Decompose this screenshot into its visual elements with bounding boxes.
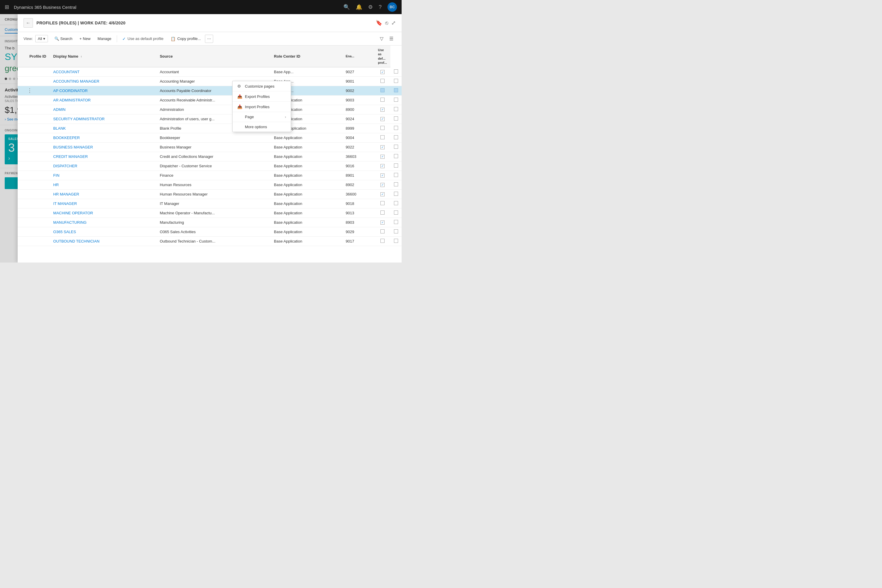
cell-use-as-default[interactable] — [390, 86, 402, 95]
use-as-default-checkbox[interactable] — [394, 220, 398, 224]
table-row[interactable]: BOOKKEEPERBookkeeperBase Application9004 — [18, 133, 402, 142]
use-as-default-checkbox[interactable] — [394, 69, 398, 74]
use-as-default-checkbox[interactable] — [394, 98, 398, 102]
use-as-default-checkbox[interactable] — [394, 182, 398, 186]
use-default-button[interactable]: ✓ Use as default profile — [119, 35, 166, 43]
cell-enabled[interactable]: ✓ — [374, 218, 390, 227]
cell-use-as-default[interactable] — [390, 189, 402, 199]
table-row[interactable]: MACHINE OPERATORMachine Operator - Manuf… — [18, 208, 402, 218]
cell-profile-id[interactable]: MACHINE OPERATOR — [50, 208, 156, 218]
cell-enabled[interactable]: ✓ — [374, 161, 390, 171]
copy-profile-button[interactable]: 📋 Copy profile... — [168, 35, 204, 43]
table-row[interactable]: O365 SALESO365 Sales ActivitiesBase Appl… — [18, 227, 402, 236]
use-as-default-checkbox[interactable] — [394, 192, 398, 196]
list-view-button[interactable]: ☰ — [387, 34, 396, 43]
search-button[interactable]: 🔍 Search — [51, 35, 75, 42]
cell-enabled[interactable] — [374, 199, 390, 208]
enabled-checkbox[interactable]: ✓ — [380, 70, 384, 74]
cell-use-as-default[interactable] — [390, 227, 402, 236]
enabled-checkbox[interactable] — [380, 135, 384, 140]
table-row[interactable]: BLANKBlank ProfileSystem Application8999 — [18, 123, 402, 133]
cell-enabled[interactable] — [374, 86, 390, 95]
header-display-name[interactable]: Display Name ↑ — [50, 46, 156, 68]
table-row[interactable]: ⋮AP COORDINATORAccounts Payable Coordina… — [18, 86, 402, 95]
manage-button[interactable]: Manage — [94, 35, 114, 42]
table-row[interactable]: FINFinanceBase Application8901✓ — [18, 171, 402, 180]
cell-profile-id[interactable]: HR — [50, 180, 156, 189]
cell-enabled[interactable] — [374, 123, 390, 133]
back-button[interactable]: ← — [24, 18, 33, 28]
cell-use-as-default[interactable] — [390, 142, 402, 152]
cell-use-as-default[interactable] — [390, 161, 402, 171]
cell-profile-id[interactable]: HR MANAGER — [50, 189, 156, 199]
cell-use-as-default[interactable] — [390, 180, 402, 189]
cell-use-as-default[interactable] — [390, 76, 402, 86]
cell-profile-id[interactable]: ACCOUNTANT — [50, 68, 156, 77]
enabled-checkbox[interactable] — [380, 88, 384, 92]
enabled-checkbox[interactable] — [380, 230, 384, 233]
cell-enabled[interactable] — [374, 227, 390, 236]
bookmark-icon[interactable]: 🔖 — [376, 20, 382, 26]
cell-use-as-default[interactable] — [390, 105, 402, 114]
menu-item-export-profiles[interactable]: 📤 Export Profiles — [232, 92, 291, 102]
table-row[interactable]: SECURITY ADMINISTRATORAdministration of … — [18, 114, 402, 123]
enabled-checkbox[interactable]: ✓ — [380, 108, 384, 112]
cell-enabled[interactable]: ✓ — [374, 114, 390, 123]
cell-enabled[interactable]: ✓ — [374, 142, 390, 152]
cell-profile-id[interactable]: AP COORDINATOR — [50, 86, 156, 95]
cell-use-as-default[interactable] — [390, 68, 402, 77]
use-as-default-checkbox[interactable] — [394, 239, 398, 243]
cell-enabled[interactable] — [374, 208, 390, 218]
use-as-default-checkbox[interactable] — [394, 230, 398, 233]
enabled-checkbox[interactable]: ✓ — [380, 174, 384, 178]
cell-use-as-default[interactable] — [390, 171, 402, 180]
cell-profile-id[interactable]: MANUFACTURING — [50, 218, 156, 227]
open-external-icon[interactable]: ⎋ — [385, 20, 388, 26]
cell-use-as-default[interactable] — [390, 133, 402, 142]
menu-item-page[interactable]: Page › — [232, 112, 291, 122]
cell-enabled[interactable] — [374, 236, 390, 246]
cell-profile-id[interactable]: BLANK — [50, 123, 156, 133]
table-row[interactable]: HR MANAGERHuman Resources ManagerBase Ap… — [18, 189, 402, 199]
use-as-default-checkbox[interactable] — [394, 201, 398, 205]
enabled-checkbox[interactable]: ✓ — [380, 154, 384, 159]
enabled-checkbox[interactable]: ✓ — [380, 117, 384, 121]
use-as-default-checkbox[interactable] — [394, 135, 398, 140]
enabled-checkbox[interactable]: ✓ — [380, 192, 384, 196]
cell-profile-id[interactable]: ADMIN — [50, 105, 156, 114]
filter-button[interactable]: ▽ — [378, 34, 386, 43]
cell-profile-id[interactable]: BOOKKEEPER — [50, 133, 156, 142]
use-as-default-checkbox[interactable] — [394, 79, 398, 83]
cell-profile-id[interactable]: O365 SALES — [50, 227, 156, 236]
table-row[interactable]: DISPATCHERDispatcher - Customer ServiceB… — [18, 161, 402, 171]
cell-enabled[interactable]: ✓ — [374, 171, 390, 180]
table-row[interactable]: HRHuman ResourcesBase Application8902✓ — [18, 180, 402, 189]
cell-enabled[interactable] — [374, 95, 390, 105]
table-row[interactable]: ACCOUNTANTAccountantBase App...9027✓ — [18, 68, 402, 77]
use-as-default-checkbox[interactable] — [394, 173, 398, 177]
use-as-default-checkbox[interactable] — [394, 88, 398, 92]
enabled-checkbox[interactable]: ✓ — [380, 164, 384, 168]
cell-use-as-default[interactable] — [390, 152, 402, 161]
cell-profile-id[interactable]: AR ADMINISTRATOR — [50, 95, 156, 105]
table-row[interactable]: CREDIT MANAGERCredit and Collections Man… — [18, 152, 402, 161]
cell-profile-id[interactable]: FIN — [50, 171, 156, 180]
menu-item-customize-pages[interactable]: ⚙ Customize pages — [232, 81, 291, 92]
enabled-checkbox[interactable] — [380, 210, 384, 214]
cell-enabled[interactable]: ✓ — [374, 152, 390, 161]
cell-profile-id[interactable]: CREDIT MANAGER — [50, 152, 156, 161]
expand-icon[interactable]: ⤢ — [392, 20, 396, 26]
more-options-button[interactable]: ··· — [205, 35, 213, 43]
use-as-default-checkbox[interactable] — [394, 107, 398, 111]
use-as-default-checkbox[interactable] — [394, 126, 398, 130]
use-as-default-checkbox[interactable] — [394, 145, 398, 149]
header-profile-id[interactable]: Profile ID — [26, 46, 50, 68]
table-row[interactable]: BUSINESS MANAGERBusiness ManagerBase App… — [18, 142, 402, 152]
use-as-default-checkbox[interactable] — [394, 116, 398, 120]
table-row[interactable]: AR ADMINISTRATORAccounts Receivable Admi… — [18, 95, 402, 105]
menu-item-import-profiles[interactable]: 📥 Import Profiles — [232, 102, 291, 112]
cell-profile-id[interactable]: DISPATCHER — [50, 161, 156, 171]
cell-use-as-default[interactable] — [390, 208, 402, 218]
cell-enabled[interactable]: ✓ — [374, 68, 390, 77]
table-row[interactable]: OUTBOUND TECHNICIANOutbound Technician -… — [18, 236, 402, 246]
